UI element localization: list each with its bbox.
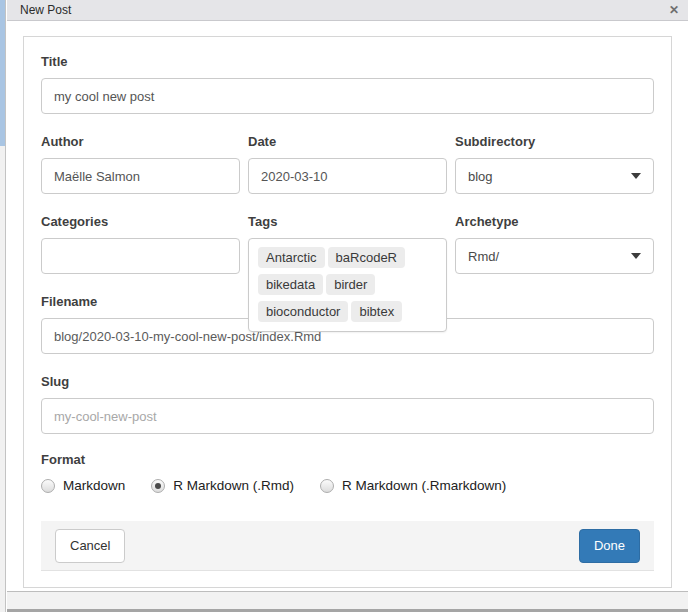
background-window-bottom-edge xyxy=(7,591,688,612)
tags-label: Tags xyxy=(248,214,447,230)
cancel-button[interactable]: Cancel xyxy=(55,529,125,563)
date-label: Date xyxy=(248,134,447,150)
format-label: Format xyxy=(41,452,654,468)
format-radio-markdown[interactable]: Markdown xyxy=(41,478,125,493)
title-input[interactable] xyxy=(41,78,654,114)
format-field-group: Format Markdown R Markdown (.Rmd) R Mark… xyxy=(41,452,654,493)
done-button[interactable]: Done xyxy=(579,529,640,563)
categories-tags-archetype-row: Categories Tags AntarcticbaRcodeRbikedat… xyxy=(41,214,654,274)
categories-input[interactable] xyxy=(41,238,240,274)
archetype-label: Archetype xyxy=(455,214,654,230)
dialog-footer: Cancel Done xyxy=(41,521,654,571)
subdirectory-field-group: Subdirectory blog xyxy=(455,134,654,194)
slug-label: Slug xyxy=(41,374,654,390)
date-input[interactable] xyxy=(248,158,447,194)
tags-suggestions-popup: AntarcticbaRcodeRbikedatabirderbioconduc… xyxy=(248,238,447,332)
format-radio-label: R Markdown (.Rmarkdown) xyxy=(342,478,506,493)
date-field-group: Date xyxy=(248,134,447,194)
subdirectory-label: Subdirectory xyxy=(455,134,654,150)
background-window-edge xyxy=(0,0,6,612)
format-radio-rmd[interactable]: R Markdown (.Rmd) xyxy=(151,478,294,493)
author-label: Author xyxy=(41,134,240,150)
radio-icon xyxy=(41,479,55,493)
tag-pill[interactable]: bibtex xyxy=(351,301,402,322)
format-options: Markdown R Markdown (.Rmd) R Markdown (.… xyxy=(41,478,654,493)
categories-label: Categories xyxy=(41,214,240,230)
tags-field-group: Tags AntarcticbaRcodeRbikedatabirderbioc… xyxy=(248,214,447,274)
author-date-subdirectory-row: Author Date Subdirectory blog xyxy=(41,134,654,194)
tag-pill[interactable]: baRcodeR xyxy=(328,247,405,268)
author-input[interactable] xyxy=(41,158,240,194)
format-radio-label: Markdown xyxy=(63,478,125,493)
background-window-edge-blue xyxy=(0,0,5,146)
tag-pill[interactable]: bioconductor xyxy=(258,301,348,322)
archetype-select[interactable]: Rmd/ xyxy=(455,238,654,274)
slug-field-group: Slug xyxy=(41,374,654,434)
slug-input[interactable] xyxy=(41,398,654,434)
tag-pill[interactable]: birder xyxy=(326,274,375,295)
archetype-selected-value: Rmd/ xyxy=(468,249,499,264)
archetype-field-group: Archetype Rmd/ xyxy=(455,214,654,274)
chevron-down-icon xyxy=(631,253,641,259)
dialog-titlebar[interactable]: New Post ✕ xyxy=(7,0,688,21)
categories-field-group: Categories xyxy=(41,214,240,274)
title-label: Title xyxy=(41,54,654,70)
format-radio-rmarkdown[interactable]: R Markdown (.Rmarkdown) xyxy=(320,478,506,493)
close-icon[interactable]: ✕ xyxy=(669,0,679,20)
subdirectory-selected-value: blog xyxy=(468,169,493,184)
subdirectory-select[interactable]: blog xyxy=(455,158,654,194)
dialog-title: New Post xyxy=(20,0,71,20)
form-panel: Title Author Date Subdirectory blog xyxy=(23,36,672,588)
chevron-down-icon xyxy=(631,173,641,179)
tag-pill[interactable]: bikedata xyxy=(258,274,323,295)
radio-icon xyxy=(151,479,165,493)
new-post-dialog: Title Author Date Subdirectory blog xyxy=(7,22,688,590)
author-field-group: Author xyxy=(41,134,240,194)
radio-icon xyxy=(320,479,334,493)
tags-input-anchor[interactable]: AntarcticbaRcodeRbikedatabirderbioconduc… xyxy=(248,238,447,274)
format-radio-label: R Markdown (.Rmd) xyxy=(173,478,294,493)
tag-pill[interactable]: Antarctic xyxy=(258,247,325,268)
